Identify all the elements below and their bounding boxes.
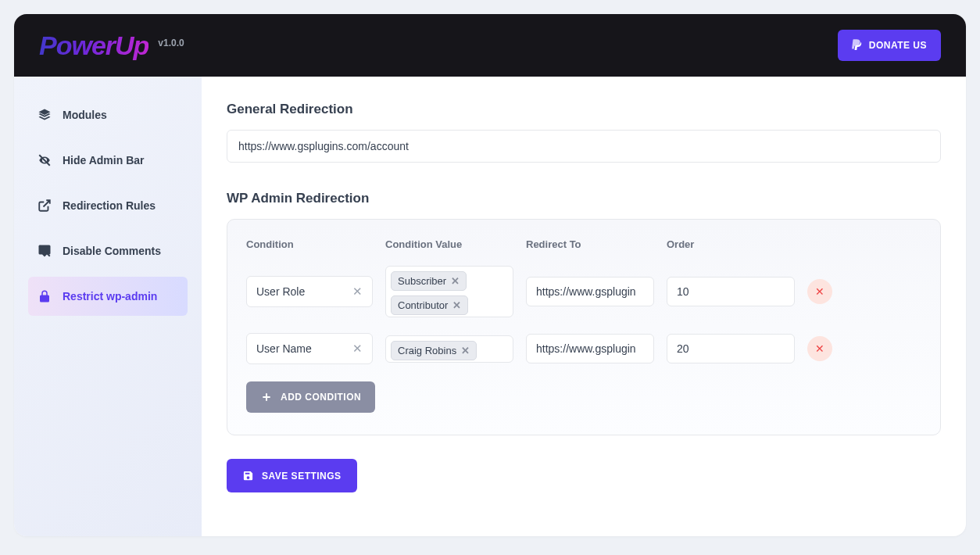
- redirect-input[interactable]: [526, 277, 654, 306]
- section-title-wp-admin: WP Admin Redirection: [227, 191, 941, 206]
- order-input[interactable]: [667, 277, 795, 306]
- header-condition: Condition: [246, 238, 373, 250]
- sidebar-item-disable-comments[interactable]: Disable Comments: [28, 231, 188, 270]
- order-input[interactable]: [667, 334, 795, 363]
- plus-icon: [260, 391, 273, 403]
- donate-label: DONATE US: [869, 40, 927, 51]
- tag: Craig Robins✕: [391, 341, 477, 360]
- main-content: General Redirection WP Admin Redirection…: [202, 77, 966, 536]
- tag-label: Subscriber: [398, 275, 446, 287]
- version-label: v1.0.0: [158, 38, 184, 48]
- sidebar-item-restrict-wp-admin[interactable]: Restrict wp-admin: [28, 277, 188, 316]
- section-title-general: General Redirection: [227, 102, 941, 117]
- add-condition-label: ADD CONDITION: [281, 392, 361, 403]
- header: PowerUp v1.0.0 DONATE US: [14, 14, 966, 77]
- save-settings-button[interactable]: SAVE SETTINGS: [227, 459, 357, 492]
- clear-icon[interactable]: ✕: [352, 285, 363, 299]
- sidebar-item-label: Hide Admin Bar: [63, 154, 145, 166]
- close-icon: ✕: [815, 342, 824, 355]
- condition-value-tags[interactable]: Craig Robins✕: [385, 335, 513, 363]
- sidebar-item-hide-admin-bar[interactable]: Hide Admin Bar: [28, 141, 188, 180]
- table-row: User Role ✕ Subscriber✕ Contributor✕ ✕: [246, 266, 921, 317]
- redirect-input[interactable]: [526, 334, 654, 363]
- tag: Contributor✕: [391, 295, 468, 315]
- layers-icon: [38, 108, 52, 122]
- sidebar-item-label: Restrict wp-admin: [63, 290, 157, 303]
- clear-icon[interactable]: ✕: [352, 342, 363, 356]
- header-value: Condition Value: [385, 238, 513, 250]
- brand: PowerUp v1.0.0: [39, 30, 184, 61]
- tag-remove-icon[interactable]: ✕: [451, 275, 460, 287]
- condition-select[interactable]: User Role ✕: [246, 276, 373, 307]
- rules-card: Condition Condition Value Redirect To Or…: [227, 219, 941, 435]
- sidebar-item-label: Disable Comments: [63, 245, 161, 257]
- lock-icon: [38, 289, 52, 303]
- comment-off-icon: [38, 244, 52, 258]
- condition-value: User Role: [256, 285, 305, 298]
- sidebar-item-label: Redirection Rules: [63, 199, 156, 212]
- save-icon: [242, 470, 254, 482]
- sidebar-item-modules[interactable]: Modules: [28, 95, 188, 134]
- delete-row-button[interactable]: ✕: [807, 279, 832, 304]
- sidebar: Modules Hide Admin Bar Redirection Rules…: [14, 77, 202, 536]
- header-redirect: Redirect To: [526, 238, 654, 250]
- tag-remove-icon[interactable]: ✕: [452, 299, 461, 311]
- external-link-icon: [38, 199, 52, 213]
- condition-select[interactable]: User Name ✕: [246, 333, 373, 364]
- save-settings-label: SAVE SETTINGS: [262, 471, 342, 482]
- add-condition-button[interactable]: ADD CONDITION: [246, 381, 375, 413]
- condition-value-tags[interactable]: Subscriber✕ Contributor✕: [385, 266, 513, 317]
- sidebar-item-redirection-rules[interactable]: Redirection Rules: [28, 186, 188, 225]
- app-window: PowerUp v1.0.0 DONATE US Modules Hide Ad…: [14, 14, 966, 536]
- tag-label: Craig Robins: [398, 345, 456, 356]
- sidebar-item-label: Modules: [63, 109, 107, 121]
- close-icon: ✕: [815, 285, 824, 298]
- donate-button[interactable]: DONATE US: [838, 30, 941, 61]
- eye-off-icon: [38, 153, 52, 167]
- general-redirect-input[interactable]: [227, 130, 941, 163]
- table-header: Condition Condition Value Redirect To Or…: [246, 238, 921, 250]
- condition-value: User Name: [256, 342, 312, 355]
- tag-remove-icon[interactable]: ✕: [461, 345, 470, 356]
- paypal-icon: [852, 39, 863, 52]
- logo: PowerUp: [39, 30, 148, 61]
- tag-label: Contributor: [398, 299, 448, 311]
- body: Modules Hide Admin Bar Redirection Rules…: [14, 77, 966, 536]
- table-row: User Name ✕ Craig Robins✕ ✕: [246, 333, 921, 364]
- header-order: Order: [667, 238, 795, 250]
- delete-row-button[interactable]: ✕: [807, 336, 832, 361]
- tag: Subscriber✕: [391, 271, 467, 291]
